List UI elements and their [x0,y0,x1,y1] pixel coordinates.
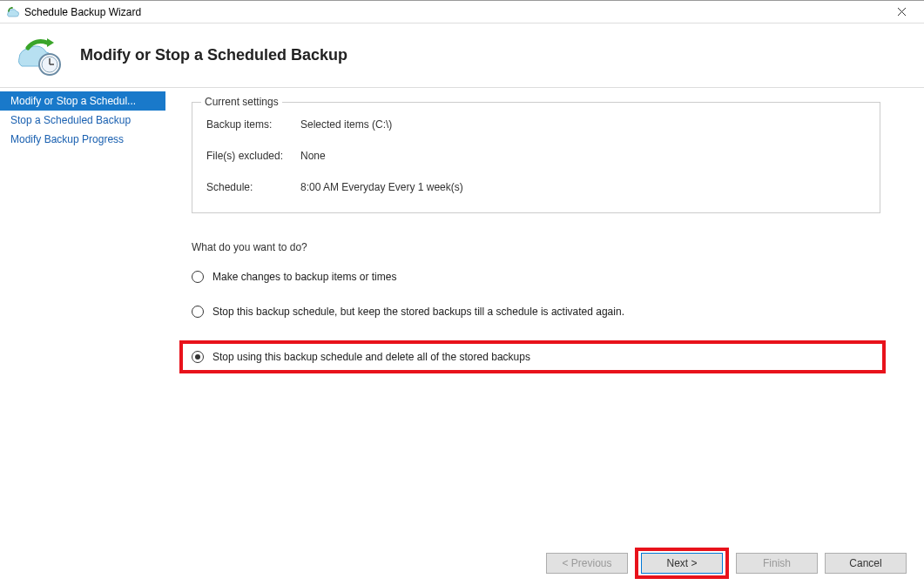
window-title: Schedule Backup Wizard [24,6,141,18]
sidebar-item-modify-stop[interactable]: Modify or Stop a Schedul... [0,91,165,111]
button-label: Next > [666,557,697,569]
radio-group: Make changes to backup items or times St… [192,271,880,373]
radio-label: Stop using this backup schedule and dele… [212,351,530,363]
radio-label: Stop this backup schedule, but keep the … [212,306,624,318]
titlebar-left: Schedule Backup Wizard [5,5,141,19]
settings-value: Selected items (C:\) [300,118,392,131]
button-label: Finish [763,557,791,569]
radio-icon [192,306,204,318]
wizard-header: Modify or Stop a Scheduled Backup [0,24,924,88]
sidebar: Modify or Stop a Schedul... Stop a Sched… [0,88,165,547]
sidebar-item-label: Modify or Stop a Schedul... [10,95,136,107]
radio-icon [192,351,204,363]
radio-make-changes[interactable]: Make changes to backup items or times [192,271,880,283]
wizard-footer: < Previous Next > Finish Cancel [0,547,924,585]
close-icon [897,7,907,17]
sidebar-item-label: Modify Backup Progress [10,133,124,145]
titlebar: Schedule Backup Wizard [0,1,924,24]
settings-row-files-excluded: File(s) excluded: None [206,150,866,162]
sidebar-item-modify-progress[interactable]: Modify Backup Progress [0,130,165,149]
close-button[interactable] [884,2,919,23]
settings-label: Schedule: [206,181,300,193]
backup-wizard-icon [5,5,19,19]
next-button-highlight: Next > [635,548,729,579]
radio-icon [192,271,204,283]
settings-row-backup-items: Backup items: Selected items (C:\) [206,118,866,131]
next-button[interactable]: Next > [641,553,723,574]
radio-label: Make changes to backup items or times [212,271,396,283]
cancel-button[interactable]: Cancel [825,553,907,574]
radio-stop-delete[interactable]: Stop using this backup schedule and dele… [179,340,886,373]
settings-row-schedule: Schedule: 8:00 AM Everyday Every 1 week(… [206,181,866,193]
button-label: Cancel [849,557,881,569]
question-text: What do you want to do? [192,241,880,253]
settings-label: File(s) excluded: [206,150,300,162]
button-label: < Previous [562,557,611,569]
finish-button: Finish [736,553,818,574]
wizard-header-icon [10,34,63,77]
groupbox-title: Current settings [201,96,282,108]
radio-stop-keep[interactable]: Stop this backup schedule, but keep the … [192,306,880,318]
settings-label: Backup items: [206,118,300,131]
wizard-body: Modify or Stop a Schedul... Stop a Sched… [0,88,924,547]
page-title: Modify or Stop a Scheduled Backup [80,46,347,64]
main-panel: Current settings Backup items: Selected … [165,88,924,547]
sidebar-item-stop-scheduled[interactable]: Stop a Scheduled Backup [0,111,165,130]
settings-value: 8:00 AM Everyday Every 1 week(s) [300,181,463,193]
wizard-window: Schedule Backup Wizard Modify or Stop a … [0,0,924,585]
settings-value: None [300,150,326,162]
sidebar-item-label: Stop a Scheduled Backup [10,114,131,126]
current-settings-group: Current settings Backup items: Selected … [192,102,880,213]
previous-button: < Previous [546,553,628,574]
